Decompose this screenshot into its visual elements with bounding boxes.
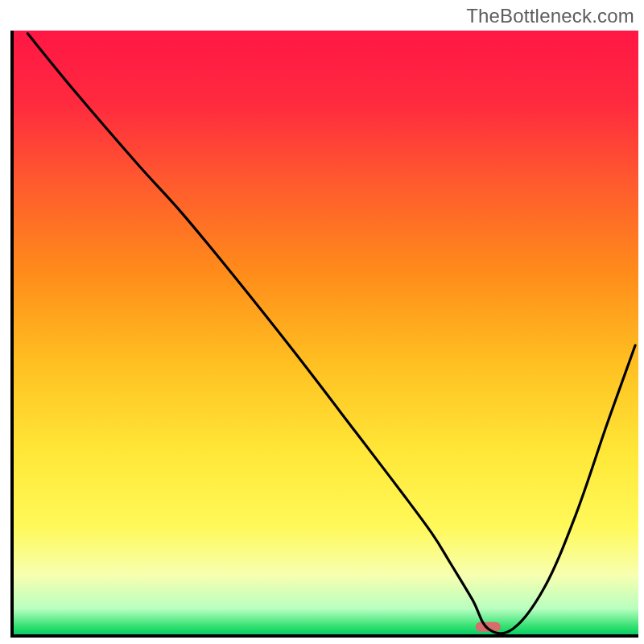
watermark-text: TheBottleneck.com	[466, 5, 634, 27]
gradient-background	[12, 31, 638, 636]
bottleneck-chart: TheBottleneck.com	[0, 0, 644, 644]
chart-svg	[0, 0, 644, 644]
